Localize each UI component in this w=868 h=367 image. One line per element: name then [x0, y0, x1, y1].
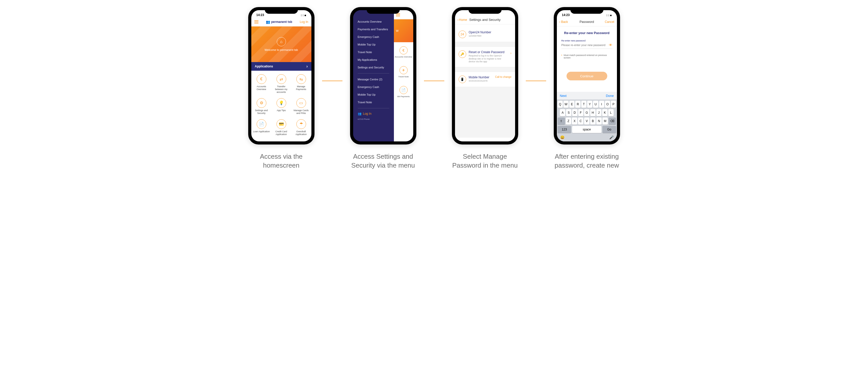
credit-card-icon: 💳: [277, 119, 286, 129]
requirement-text: • Must match password entered on previou…: [561, 54, 612, 59]
step-connector: [526, 80, 546, 81]
mic-icon[interactable]: 🎤: [609, 135, 614, 139]
chevron-left-icon: ‹: [458, 18, 459, 22]
cards-icon: ▭: [297, 98, 306, 108]
hero-banner: ⌂ Welcome to permanent tsb: [251, 27, 311, 62]
key-g[interactable]: G: [584, 109, 589, 116]
back-button[interactable]: ‹ Back: [559, 20, 568, 24]
plane-icon: ✈: [400, 66, 408, 74]
step-caption: Access Settings and Security via the men…: [347, 152, 419, 170]
tile-accounts-overview[interactable]: €Accounts Overview: [253, 74, 270, 96]
step-caption: Access via the homescreen: [246, 152, 317, 170]
key-e[interactable]: E: [569, 101, 575, 108]
key-i[interactable]: I: [599, 101, 604, 108]
key-f[interactable]: F: [578, 109, 584, 116]
key-x[interactable]: X: [572, 118, 577, 125]
field-label: Re-enter new password: [561, 39, 612, 42]
continue-button[interactable]: Continue: [566, 72, 607, 80]
hamburger-icon[interactable]: [254, 20, 258, 23]
call-to-change-link[interactable]: Call to change: [495, 75, 512, 78]
people-icon: 👥: [358, 112, 362, 115]
menu-item-message-centre[interactable]: Message Centre (2): [358, 75, 389, 83]
key-s[interactable]: S: [566, 109, 571, 116]
eye-icon[interactable]: 👁: [609, 43, 612, 47]
tile-credit-card-application[interactable]: 💳Credit Card Application: [273, 119, 290, 138]
key-c[interactable]: C: [578, 118, 583, 125]
tile-manage-payments[interactable]: ⇆Manage Payments: [292, 74, 310, 96]
key-o[interactable]: O: [605, 101, 610, 108]
tile-settings-security[interactable]: ⚙Settings and Security: [253, 98, 270, 117]
key-w[interactable]: W: [563, 101, 568, 108]
key-y[interactable]: Y: [587, 101, 592, 108]
keyboard: Q W E R T Y U I O P A S D: [557, 99, 617, 141]
tile-transfer[interactable]: ⇄Transfer between my accounts: [273, 74, 290, 96]
kb-done-button[interactable]: Done: [606, 94, 614, 98]
phone-frame-1: 14:23 􀙇 􀙈 ■ 👥 permanent tsb Log In ⌂ Wel…: [248, 7, 314, 144]
back-home-button[interactable]: ‹ Home: [458, 18, 467, 22]
menu-login[interactable]: 👥 Log In: [358, 112, 389, 115]
key-m[interactable]: M: [602, 118, 608, 125]
menu-item-travel-note-2[interactable]: Travel Note: [358, 98, 389, 106]
key-v[interactable]: V: [584, 118, 589, 125]
menu-item-accounts-overview[interactable]: Accounts Overview: [358, 18, 389, 26]
hero-text: Welcome to permanent tsb: [265, 48, 298, 52]
kb-next-button[interactable]: Next: [560, 94, 567, 98]
status-time: 14:23: [562, 13, 570, 17]
password-input[interactable]: [561, 43, 609, 46]
status-bar: 14:23 􀙇 􀙈 ■: [251, 10, 311, 17]
tile-overdraft-application[interactable]: ☂Overdraft Application: [292, 119, 310, 138]
applications-band[interactable]: Applications ›: [251, 62, 311, 71]
phone-frame-3: ‹ Home Settings and Security 24 Open24 N…: [452, 7, 518, 144]
peek-tile-bills[interactable]: 📄Bill Payments: [394, 82, 413, 102]
brand-text: permanent tsb: [271, 20, 292, 24]
item-mobile-number[interactable]: 📱 Mobile Number XXXXXXXXX2478 Call to ch…: [455, 72, 515, 87]
menu-item-my-applications[interactable]: My Applications: [358, 56, 389, 64]
key-l[interactable]: L: [608, 109, 614, 116]
menu-item-mobile-topup[interactable]: Mobile Top Up: [358, 41, 389, 48]
tile-loan-application[interactable]: 📄Loan Application: [253, 119, 270, 138]
menu-item-payments-transfers[interactable]: Payments and Transfers: [358, 26, 389, 33]
emoji-icon[interactable]: 😀: [560, 135, 564, 139]
step-connector: [424, 80, 444, 81]
key-a[interactable]: A: [560, 109, 565, 116]
key-h[interactable]: H: [590, 109, 595, 116]
menu-item-settings-security[interactable]: Settings and Security: [358, 64, 389, 71]
kb-row-4: 123 space Go: [558, 126, 616, 133]
key-z[interactable]: Z: [566, 118, 571, 125]
key-d[interactable]: D: [572, 109, 578, 116]
peek-tile-travel[interactable]: ✈Travel Note: [394, 62, 413, 82]
key-k[interactable]: K: [602, 109, 608, 116]
key-q[interactable]: Q: [558, 101, 563, 108]
key-backspace[interactable]: ⌫: [609, 118, 616, 125]
menu-item-emergency-cash[interactable]: Emergency Cash: [358, 33, 389, 41]
item-reset-password[interactable]: 🔑 Reset or Create Password Required to l…: [455, 47, 515, 67]
tile-app-tips[interactable]: 💡App Tips: [273, 98, 290, 117]
key-numbers[interactable]: 123: [558, 126, 571, 133]
step-caption: Select Manage Password in the menu: [450, 152, 521, 170]
status-time: 14:23: [256, 13, 264, 17]
menu-item-emergency-cash-2[interactable]: Emergency Cash: [358, 83, 389, 91]
key-go[interactable]: Go: [602, 126, 616, 133]
menu-item-travel-note[interactable]: Travel Note: [358, 48, 389, 56]
kb-row-1: Q W E R T Y U I O P: [558, 101, 616, 108]
key-n[interactable]: N: [596, 118, 602, 125]
item-open24-number[interactable]: 24 Open24 Number 1234567890: [455, 27, 515, 42]
transfer-icon: ⇄: [277, 74, 286, 84]
key-p[interactable]: P: [611, 101, 616, 108]
key-shift[interactable]: ⇧: [558, 118, 565, 125]
key-u[interactable]: U: [593, 101, 598, 108]
app-version: v2.5.0 Phone: [358, 118, 389, 120]
tile-manage-cards[interactable]: ▭Manage Cards and PINs: [292, 98, 310, 117]
key-space[interactable]: space: [572, 126, 601, 133]
hamburger-icon[interactable]: [396, 13, 400, 16]
login-link[interactable]: Log In: [300, 20, 308, 24]
cancel-button[interactable]: Cancel: [605, 20, 614, 24]
peek-tile-accounts[interactable]: €Accounts Overview: [394, 42, 413, 62]
step-row: 14:23 􀙇 􀙈 ■ 👥 permanent tsb Log In ⌂ Wel…: [10, 7, 858, 170]
key-r[interactable]: R: [575, 101, 580, 108]
kb-row-3: ⇧ Z X C V B N M ⌫: [558, 118, 616, 125]
key-t[interactable]: T: [581, 101, 586, 108]
key-j[interactable]: J: [596, 109, 602, 116]
menu-item-mobile-topup-2[interactable]: Mobile Top Up: [358, 91, 389, 98]
key-b[interactable]: B: [590, 118, 595, 125]
